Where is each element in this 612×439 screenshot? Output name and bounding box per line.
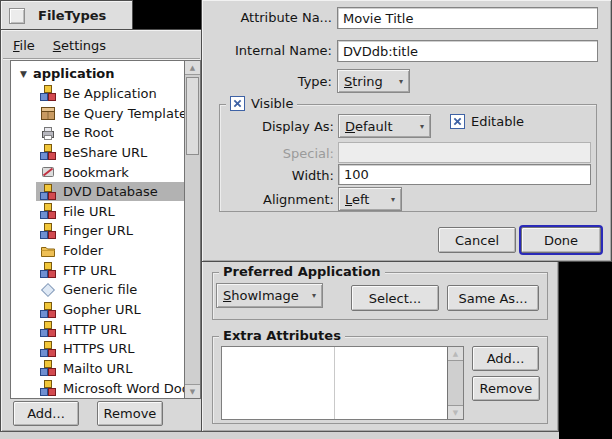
attribute-name-field[interactable]: Movie Title <box>337 7 598 29</box>
list-item[interactable]: Folder <box>12 241 185 261</box>
file-type-icon <box>40 144 56 160</box>
list-item-label: FTP URL <box>63 263 116 278</box>
menu-file[interactable]: File <box>5 36 43 55</box>
file-type-icon <box>40 105 56 121</box>
editable-checkbox[interactable] <box>450 114 465 129</box>
list-item[interactable]: Be Query Template <box>12 103 185 123</box>
popup-arrow-icon: ▾ <box>383 195 395 204</box>
scrollbar-thumb[interactable] <box>186 77 199 155</box>
visible-checkbox[interactable] <box>230 96 245 111</box>
list-item[interactable]: HTTPS URL <box>12 339 185 359</box>
file-type-icon <box>40 262 56 278</box>
select-app-button[interactable]: Select... <box>351 285 439 311</box>
add-type-button[interactable]: Add... <box>13 401 79 426</box>
list-item-label: BeShare URL <box>63 145 147 160</box>
cancel-button[interactable]: Cancel <box>438 227 516 253</box>
list-item-label: Microsoft Word Doc <box>63 381 185 396</box>
file-type-icon <box>40 164 56 180</box>
list-item-label: File URL <box>63 204 115 219</box>
window-title: FileTypes <box>38 8 106 23</box>
filetypes-window-tab[interactable]: FileTypes <box>0 0 133 30</box>
list-item-label: Bookmark <box>63 165 129 180</box>
list-item-label: DVD Database <box>63 184 158 199</box>
list-item[interactable]: Gopher URL <box>12 300 185 320</box>
list-item-label: Generic file <box>63 282 137 297</box>
width-field[interactable]: 100 <box>338 164 591 185</box>
list-item[interactable]: FTP URL <box>12 260 185 280</box>
extra-attributes-group: Extra Attributes ▲ ▼ Add... Remove <box>212 336 548 424</box>
editable-label: Editable <box>471 114 524 129</box>
type-popup[interactable]: String ▾ <box>337 69 410 93</box>
preferred-app-popup[interactable]: ShowImage ▾ <box>216 283 323 308</box>
list-item[interactable]: Generic file <box>12 280 185 300</box>
extra-attributes-legend: Extra Attributes <box>219 328 345 343</box>
list-item[interactable]: File URL <box>12 201 185 221</box>
type-label: Type: <box>298 74 332 89</box>
list-item[interactable]: HTTP URL <box>12 319 185 339</box>
done-button[interactable]: Done <box>521 227 601 253</box>
list-item-label: Gopher URL <box>63 302 141 317</box>
scroll-up-icon[interactable]: ▲ <box>448 347 463 361</box>
list-item[interactable]: BeShare URL <box>12 143 185 163</box>
type-editor-window: Preferred Application ShowImage ▾ Select… <box>201 248 559 432</box>
file-type-icon <box>40 203 56 219</box>
scroll-down-icon[interactable]: ▼ <box>185 384 200 398</box>
remove-attribute-button[interactable]: Remove <box>472 376 540 401</box>
list-item-label: Folder <box>63 243 103 258</box>
alignment-label: Alignment: <box>263 192 334 207</box>
file-type-icon <box>40 341 56 357</box>
menu-settings[interactable]: Settings <box>45 36 114 55</box>
extra-list-scrollbar[interactable]: ▲ ▼ <box>447 347 463 419</box>
column-divider <box>334 347 335 419</box>
width-label: Width: <box>292 168 334 183</box>
special-label: Special: <box>283 146 334 161</box>
list-item-label: Finger URL <box>63 223 133 238</box>
add-attribute-button[interactable]: Add... <box>472 346 539 371</box>
file-type-icon <box>40 243 56 259</box>
display-as-popup[interactable]: Default ▾ <box>338 114 431 138</box>
window-bottom-border <box>0 431 559 439</box>
list-item[interactable]: Microsoft Word Doc <box>12 378 185 398</box>
internal-name-field[interactable]: DVDdb:title <box>337 40 598 62</box>
special-field <box>338 142 591 163</box>
file-type-icon <box>40 125 56 141</box>
popup-arrow-icon: ▾ <box>391 77 403 86</box>
list-item[interactable]: Mailto URL <box>12 359 185 379</box>
popup-arrow-icon: ▾ <box>304 291 316 300</box>
list-item[interactable]: Be Application <box>12 84 185 104</box>
list-item[interactable]: DVD Database <box>12 182 185 202</box>
attribute-name-label: Attribute Na... <box>240 10 332 25</box>
list-item[interactable]: Bookmark <box>12 162 185 182</box>
visible-group: Visible Display As: Default ▾ Editable S… <box>219 104 597 212</box>
scroll-down-icon[interactable]: ▼ <box>448 405 463 419</box>
list-group-application[interactable]: ▼ application <box>12 64 185 84</box>
file-type-icon <box>40 321 56 337</box>
file-type-icon <box>40 184 56 200</box>
file-type-icon <box>40 282 56 298</box>
preferred-application-group: Preferred Application ShowImage ▾ Select… <box>212 272 548 320</box>
list-scrollbar[interactable]: ▲ ▼ <box>184 61 200 398</box>
extra-attributes-list[interactable]: ▲ ▼ <box>221 346 464 420</box>
list-item[interactable]: Finger URL <box>12 221 185 241</box>
list-group-label: application <box>33 66 115 81</box>
alignment-popup[interactable]: Left ▾ <box>338 187 402 211</box>
remove-type-button[interactable]: Remove <box>97 401 163 426</box>
collapse-arrow-icon[interactable]: ▼ <box>20 69 27 79</box>
desktop: FileTypes File Settings ▼ application <box>0 0 612 439</box>
list-item-label: Mailto URL <box>63 361 132 376</box>
attribute-dialog: Attribute Na... Movie Title Internal Nam… <box>201 0 612 262</box>
list-item-label: Be Application <box>63 86 157 101</box>
list-item-label: HTTPS URL <box>63 341 134 356</box>
close-icon[interactable] <box>9 8 25 24</box>
type-list-rows: ▼ application <box>12 61 185 398</box>
same-as-button[interactable]: Same As... <box>447 285 539 311</box>
list-item-label: Be Root <box>63 125 114 140</box>
file-type-icon <box>40 85 56 101</box>
menu-bar: File Settings <box>3 32 200 59</box>
scroll-up-icon[interactable]: ▲ <box>185 61 200 75</box>
list-item[interactable]: Be Root <box>12 123 185 143</box>
list-item-label: Be Query Template <box>63 106 185 121</box>
file-type-icon <box>40 302 56 318</box>
visible-label: Visible <box>251 96 293 111</box>
display-as-label: Display As: <box>262 119 334 134</box>
